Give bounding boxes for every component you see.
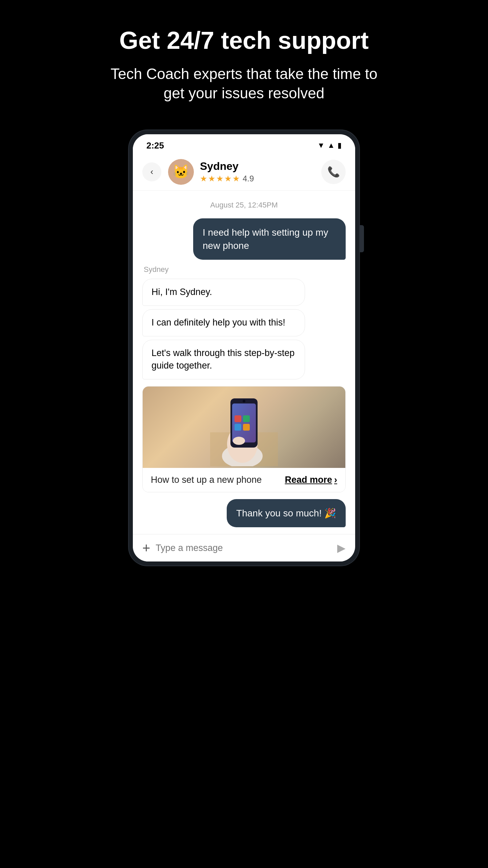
star-2: ★	[208, 174, 216, 183]
phone-screen: 2:25 ▼ ▲ ▮ ‹ 🐱 Sydney ★	[133, 134, 355, 562]
svg-rect-7	[243, 415, 250, 422]
user-bubble: I need help with setting up my new phone	[193, 218, 346, 260]
message-input[interactable]	[156, 543, 332, 553]
agent-rating: ★ ★ ★ ★ ★ 4.9	[200, 174, 254, 183]
agent-name: Sydney	[200, 160, 254, 173]
rating-number: 4.9	[243, 174, 254, 183]
read-more-link[interactable]: Read more ›	[285, 475, 337, 485]
card-image	[143, 387, 345, 468]
status-icons: ▼ ▲ ▮	[317, 141, 342, 150]
svg-rect-9	[243, 424, 250, 431]
hero-title: Get 24/7 tech support	[119, 27, 369, 54]
stars: ★ ★ ★ ★ ★	[200, 174, 240, 183]
hero-subtitle: Tech Coach experts that take the time to…	[108, 64, 380, 103]
star-3: ★	[216, 174, 224, 183]
agent-message-group: Sydney Hi, I'm Sydney. I can definitely …	[142, 265, 346, 379]
info-card[interactable]: How to set up a new phone Read more ›	[142, 386, 346, 492]
page-wrapper: Get 24/7 tech support Tech Coach experts…	[92, 27, 396, 566]
agent-details: Sydney ★ ★ ★ ★ ★ 4.9	[200, 160, 254, 183]
user-message: I need help with setting up my new phone	[142, 218, 346, 260]
agent-bubble-3: Let's walk through this step-by-step gui…	[142, 340, 305, 380]
chevron-right-icon: ›	[334, 475, 337, 485]
signal-icon: ▲	[327, 141, 335, 150]
agent-bubble-2: I can definitely help you with this!	[142, 309, 305, 336]
thanks-bubble: Thank you so much! 🎉	[227, 499, 346, 527]
agent-avatar: 🐱	[168, 159, 194, 185]
phone-icon: 📞	[327, 166, 340, 178]
agent-message-label: Sydney	[144, 265, 346, 274]
agent-bubble-1: Hi, I'm Sydney.	[142, 279, 305, 306]
call-button[interactable]: 📞	[321, 160, 346, 184]
svg-rect-8	[235, 424, 241, 431]
agent-info: 🐱 Sydney ★ ★ ★ ★ ★ 4.9	[168, 159, 314, 185]
card-footer: How to set up a new phone Read more ›	[143, 468, 345, 492]
phone-hand-illustration	[210, 388, 278, 466]
chat-body: August 25, 12:45PM I need help with sett…	[133, 191, 355, 534]
svg-rect-6	[235, 415, 241, 422]
svg-point-11	[243, 400, 245, 402]
chat-header: ‹ 🐱 Sydney ★ ★ ★ ★ ★	[133, 154, 355, 191]
svg-point-10	[233, 437, 245, 445]
thanks-message: Thank you so much! 🎉	[142, 499, 346, 527]
star-5: ★	[232, 174, 240, 183]
input-bar: + ▶	[133, 534, 355, 561]
send-button[interactable]: ▶	[337, 541, 346, 554]
battery-icon: ▮	[338, 141, 342, 150]
star-1: ★	[200, 174, 207, 183]
svg-rect-5	[232, 403, 256, 442]
chat-timestamp: August 25, 12:45PM	[142, 201, 346, 210]
status-bar: 2:25 ▼ ▲ ▮	[133, 134, 355, 154]
wifi-icon: ▼	[317, 141, 325, 150]
back-button[interactable]: ‹	[142, 162, 161, 181]
status-time: 2:25	[146, 140, 164, 151]
read-more-text: Read more	[285, 475, 332, 485]
phone-mockup: 2:25 ▼ ▲ ▮ ‹ 🐱 Sydney ★	[129, 130, 359, 566]
add-attachment-button[interactable]: +	[142, 541, 150, 555]
card-title: How to set up a new phone	[151, 475, 262, 485]
star-4: ★	[224, 174, 232, 183]
